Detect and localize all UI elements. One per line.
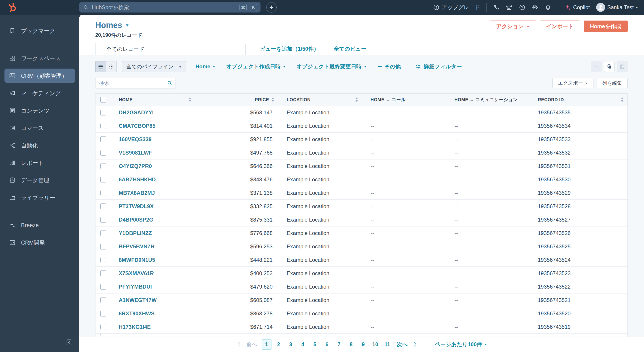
- sort-arrows-icon[interactable]: [188, 97, 192, 103]
- sort-arrows-icon[interactable]: [355, 97, 359, 103]
- settings-gear-icon[interactable]: [532, 4, 538, 11]
- sidebar-item-automation[interactable]: 自動化: [4, 138, 75, 153]
- more-filters-button[interactable]: その他: [378, 63, 401, 70]
- home-record-link[interactable]: PT3TW9DL9X: [119, 203, 154, 209]
- export-button[interactable]: エクスポート: [552, 78, 594, 88]
- row-checkbox[interactable]: [100, 150, 106, 156]
- sidebar-item-code[interactable]: CRM開発: [4, 235, 75, 250]
- sidebar-item-reporting[interactable]: レポート: [4, 156, 75, 170]
- page-size-dropdown[interactable]: ページあたり100件 ▼: [435, 341, 488, 348]
- page-button-6[interactable]: 6: [322, 339, 332, 350]
- page-button-3[interactable]: 3: [286, 339, 296, 350]
- account-menu[interactable]: Sanka Test ▾: [596, 3, 638, 12]
- home-record-link[interactable]: Y1DBPLINZZ: [119, 230, 152, 236]
- row-checkbox[interactable]: [100, 123, 106, 129]
- quick-filter-2[interactable]: オブジェクト最終変更日時▼: [296, 63, 367, 70]
- select-all-checkbox[interactable]: [100, 97, 106, 103]
- row-checkbox[interactable]: [100, 324, 106, 330]
- sidebar-collapse-button[interactable]: [66, 340, 72, 345]
- next-page-button[interactable]: 次へ: [397, 341, 408, 348]
- chevron-right-icon[interactable]: [412, 342, 418, 347]
- row-checkbox[interactable]: [100, 270, 106, 276]
- page-button-5[interactable]: 5: [310, 339, 320, 350]
- board-view-toggle[interactable]: [106, 61, 117, 72]
- row-checkbox[interactable]: [100, 311, 106, 317]
- home-record-link[interactable]: PFYIYMBDUI: [119, 284, 152, 290]
- sidebar-item-breeze[interactable]: Breeze: [4, 218, 75, 232]
- upgrade-button[interactable]: アップグレード: [433, 4, 480, 11]
- add-view-link[interactable]: ビューを追加（1/50件）: [253, 45, 319, 52]
- sidebar-item-bookmark[interactable]: ブックマーク: [4, 24, 75, 38]
- sidebar-item-content[interactable]: コンテンツ: [4, 103, 75, 118]
- hubspot-sprocket-logo-icon[interactable]: [8, 2, 18, 12]
- column-header-3[interactable]: HOME → コール: [362, 94, 446, 106]
- row-checkbox[interactable]: [100, 334, 106, 337]
- page-button-9[interactable]: 9: [358, 339, 368, 350]
- marketplace-icon[interactable]: [506, 4, 512, 11]
- copy-view-button[interactable]: [604, 61, 615, 72]
- row-checkbox[interactable]: [100, 284, 106, 290]
- page-button-8[interactable]: 8: [346, 339, 356, 350]
- home-record-link[interactable]: 8MWFD0N1U5: [119, 257, 155, 263]
- column-header-2[interactable]: LOCATION: [278, 94, 362, 106]
- home-record-link[interactable]: CMA7CBOP85: [119, 123, 156, 129]
- sidebar-item-commerce[interactable]: コマース: [4, 121, 75, 135]
- global-search-input[interactable]: [92, 4, 236, 10]
- home-record-link[interactable]: X7SXMAV61R: [119, 270, 154, 277]
- page-button-11[interactable]: 11: [382, 339, 392, 350]
- undo-button[interactable]: [591, 61, 602, 72]
- create-home-button[interactable]: Homeを作成: [584, 20, 628, 32]
- help-icon[interactable]: [519, 4, 526, 11]
- calling-icon[interactable]: [493, 4, 500, 11]
- column-header-0[interactable]: HOME: [114, 94, 195, 106]
- copilot-button[interactable]: Copilot: [564, 4, 590, 11]
- column-header-1[interactable]: PRICE: [195, 94, 278, 106]
- quick-filter-1[interactable]: オブジェクト作成日時▼: [226, 63, 286, 70]
- sidebar-item-library[interactable]: ライブラリー: [4, 190, 75, 205]
- save-view-button[interactable]: [617, 61, 628, 72]
- page-button-1[interactable]: 1: [262, 339, 272, 350]
- home-record-link[interactable]: 6RXT90XHWS: [119, 311, 154, 317]
- row-checkbox[interactable]: [100, 190, 106, 196]
- home-record-link[interactable]: 6ABZHSHKHD: [119, 176, 156, 183]
- notifications-bell-icon[interactable]: [545, 4, 552, 11]
- previous-page-button[interactable]: 前へ: [246, 341, 258, 348]
- row-checkbox[interactable]: [100, 137, 106, 142]
- row-checkbox[interactable]: [100, 203, 106, 209]
- object-title-dropdown[interactable]: Homes ▼: [95, 20, 142, 30]
- home-record-link[interactable]: 160VEQS339: [119, 136, 152, 143]
- sidebar-item-database[interactable]: データ管理: [4, 173, 75, 187]
- row-checkbox[interactable]: [100, 163, 106, 169]
- list-view-toggle[interactable]: [95, 61, 106, 72]
- row-checkbox[interactable]: [100, 230, 106, 236]
- row-checkbox[interactable]: [100, 257, 106, 263]
- chevron-left-icon[interactable]: [236, 342, 242, 347]
- home-record-link[interactable]: BFPV5BVNZH: [119, 243, 154, 250]
- all-views-link[interactable]: 全てのビュー: [334, 45, 366, 52]
- sidebar-item-workspace[interactable]: ワークスペース: [4, 51, 75, 65]
- sidebar-item-marketing[interactable]: マーケティング: [4, 86, 75, 100]
- row-checkbox[interactable]: [100, 110, 106, 116]
- sort-arrows-icon[interactable]: [271, 97, 275, 103]
- home-record-link[interactable]: DH2GSADYYI: [119, 109, 154, 116]
- advanced-filters-button[interactable]: 詳細フィルター: [415, 63, 462, 70]
- row-checkbox[interactable]: [100, 177, 106, 182]
- import-button[interactable]: インポート: [540, 20, 580, 32]
- home-record-link[interactable]: MB7X8AB2MJ: [119, 190, 155, 196]
- home-record-link[interactable]: V1S9081LWF: [119, 150, 152, 156]
- home-record-link[interactable]: A1NWEGT47W: [119, 297, 156, 303]
- row-checkbox[interactable]: [100, 244, 106, 249]
- column-header-4[interactable]: HOME → コミュニケーション: [446, 94, 529, 106]
- sort-arrows-icon[interactable]: [620, 97, 624, 103]
- edit-columns-button[interactable]: 列を編集: [596, 78, 628, 88]
- column-header-5[interactable]: RECORD ID: [529, 94, 628, 106]
- page-button-7[interactable]: 7: [334, 339, 344, 350]
- home-record-link[interactable]: D4BP00SP2G: [119, 217, 154, 223]
- actions-button[interactable]: アクション ▼: [490, 20, 536, 32]
- page-button-10[interactable]: 10: [370, 339, 380, 350]
- row-checkbox[interactable]: [100, 217, 106, 223]
- row-checkbox[interactable]: [100, 297, 106, 303]
- home-record-link[interactable]: O4YIZQ7PR0: [119, 163, 152, 169]
- pipeline-dropdown[interactable]: 全てのパイプライン ▼: [122, 61, 186, 72]
- sidebar-item-crm[interactable]: CRM（顧客管理）: [4, 69, 75, 83]
